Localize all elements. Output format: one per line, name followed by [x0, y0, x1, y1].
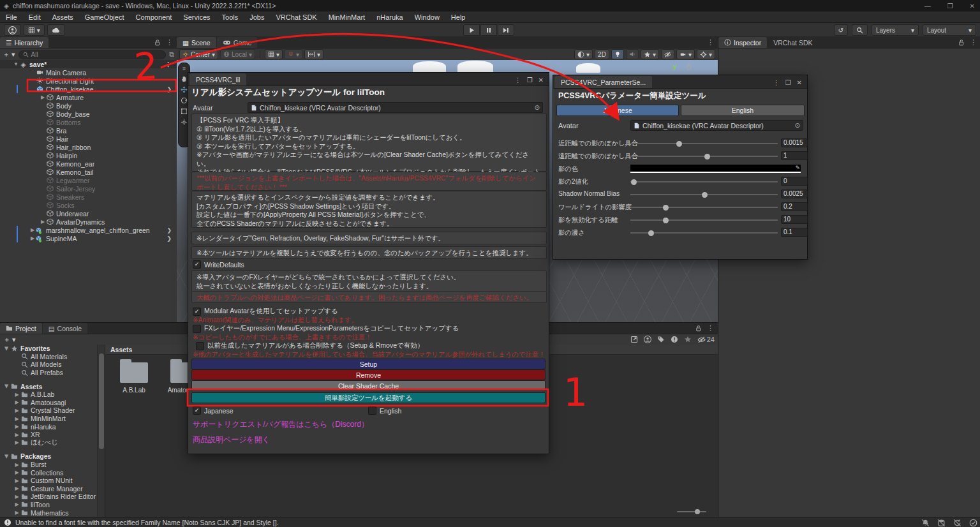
add-object-button[interactable]: ＋ ▾ [3, 50, 15, 59]
grid-visibility-toggle[interactable]: ▾ [265, 49, 283, 59]
parameter-value-field[interactable]: 10 [781, 215, 808, 224]
menu-item[interactable]: Component [130, 13, 177, 21]
checkbox[interactable] [196, 342, 204, 350]
hierarchy-item[interactable]: ▶ Main Camera ❯ [0, 68, 177, 77]
expand-arrow[interactable]: ▶ [14, 424, 20, 429]
shadow-color-swatch[interactable] [630, 165, 801, 173]
add-asset-button[interactable]: ＋ ▾ [3, 335, 16, 345]
expand-arrow[interactable]: ▶ [40, 219, 46, 225]
expand-arrow[interactable]: ▶ [4, 346, 10, 352]
slider-track[interactable] [630, 194, 778, 195]
lock-icon[interactable] [685, 63, 692, 70]
scene-picker-icon[interactable]: ⧉ [169, 50, 174, 59]
maximize-button[interactable]: ❐ [947, 3, 953, 10]
hierarchy-item[interactable]: ▶ Hair ❯ [0, 135, 177, 143]
hierarchy-item[interactable]: ▶ Sailor-Jersey ❯ [0, 184, 177, 193]
avatar-object-field[interactable]: Chiffon_kisekae (VRC Avatar Descriptor) … [248, 102, 543, 113]
hierarchy-item[interactable]: ▶ marshmallow_angel_chiffon_green ❯ [0, 226, 177, 234]
close-button[interactable]: ✕ [970, 3, 975, 10]
expand-arrow[interactable]: ▶ [14, 392, 20, 397]
slider-track[interactable] [630, 207, 778, 208]
slider-track[interactable] [630, 143, 778, 144]
auto-refresh-off-icon[interactable] [953, 519, 961, 527]
menu-item[interactable]: GameObject [79, 13, 130, 21]
hierarchy-item[interactable]: ▶ Body_base ❯ [0, 110, 177, 118]
hierarchy-scene-row[interactable]: ▼ ◈ save* ⋮ [0, 60, 177, 68]
menu-item[interactable]: Jobs [244, 13, 270, 21]
search-by-label-icon[interactable] [657, 336, 665, 343]
kebab-menu-icon[interactable]: ⋮ [515, 77, 521, 84]
checkbox[interactable]: ✓ [193, 308, 201, 316]
project-tree-item[interactable]: ▶ Collections [0, 468, 97, 477]
cloud-button[interactable] [47, 24, 65, 36]
remove-button[interactable]: Remove [191, 369, 546, 380]
project-tree-item[interactable]: ▶ nHaruka [0, 422, 97, 431]
account-button[interactable] [4, 24, 21, 36]
project-tree-item[interactable]: ▶ lilToon [0, 501, 97, 509]
favorites-star-icon[interactable] [684, 336, 692, 343]
parameter-value-field[interactable]: 0.0025 [781, 189, 808, 198]
menu-item[interactable]: Window [409, 13, 445, 21]
slider-thumb[interactable] [631, 179, 637, 185]
project-tree-item[interactable]: ▶ Custom NUnit [0, 477, 97, 485]
hidden-objects-toggle[interactable]: 24 [697, 336, 715, 344]
prefab-open-chevron[interactable]: ❯ [167, 235, 172, 242]
kebab-menu-icon[interactable]: ⋮ [970, 38, 977, 47]
project-tree-item[interactable]: ▶ ほむぺじ [0, 439, 97, 447]
gizmos-dropdown[interactable]: ▾ [697, 49, 715, 59]
tab-inspector[interactable]: Inspector [718, 37, 767, 48]
object-picker-icon[interactable]: ⊙ [795, 122, 800, 129]
menu-item[interactable]: Services [177, 13, 216, 21]
hierarchy-item[interactable]: ▶ Socks ❯ [0, 201, 177, 209]
parameter-value-field[interactable]: 0 [781, 177, 808, 186]
hierarchy-item[interactable]: ▶ SupineMA ❯ [0, 234, 177, 242]
snap-toggle[interactable]: ▾ [285, 49, 302, 59]
tab-console[interactable]: ▤Console [43, 323, 87, 334]
project-tree-item[interactable]: ▶ Burst [0, 461, 97, 469]
lock-icon[interactable] [154, 39, 161, 46]
pcss-window-tab[interactable]: PCSS4VRC_lil [189, 73, 246, 85]
hierarchy-item[interactable]: ▶ Hairpin ❯ [0, 151, 177, 160]
orientation-gizmo[interactable]: y [672, 63, 692, 70]
expand-arrow[interactable]: ▶ [14, 462, 20, 468]
japanese-language-button[interactable]: Japanese [556, 105, 679, 116]
drag-handle-icon[interactable]: ≡ [182, 65, 186, 71]
icon-size-slider[interactable] [677, 511, 706, 512]
prefab-open-chevron[interactable]: ❯ [167, 227, 172, 234]
undo-history-button[interactable]: ↺ [834, 24, 848, 36]
expand-arrow[interactable]: ▶ [14, 486, 20, 491]
hierarchy-item[interactable]: ▶ AvatarDynamics ❯ [0, 218, 177, 226]
english-language-button[interactable]: English [681, 105, 805, 116]
hierarchy-item[interactable]: ▶ Bottoms ❯ [0, 118, 177, 126]
lock-icon[interactable] [958, 39, 965, 46]
kebab-menu-icon[interactable]: ⋮ [773, 79, 780, 86]
expand-arrow[interactable]: ▶ [14, 432, 20, 438]
kebab-menu-icon[interactable]: ⋮ [165, 61, 172, 68]
notifications-muted-icon[interactable] [921, 519, 930, 527]
object-picker-icon[interactable]: ⊙ [535, 104, 540, 111]
modular-avatar-checkbox[interactable]: ✓ Modular Avatarを使用してセットアップする [193, 307, 338, 316]
slider-track[interactable] [630, 181, 778, 182]
write-defaults-checkbox[interactable]: ✓ WriteDefaults [193, 260, 244, 269]
hierarchy-item[interactable]: ▶ Legwarmer ❯ [0, 176, 177, 184]
parameter-value-field[interactable]: 0.2 [781, 202, 808, 211]
expand-arrow[interactable]: ▶ [14, 510, 20, 516]
avatar-object-field[interactable]: Chiffon_kisekae (VRC Avatar Descriptor) … [630, 120, 803, 131]
view-hand-tool-icon[interactable] [181, 75, 188, 82]
hierarchy-item[interactable]: ▶ Sneakers ❯ [0, 193, 177, 201]
japanese-checkbox[interactable]: ✓ Japanese [193, 406, 234, 415]
project-tree-item[interactable]: ▶ Gesture Manager [0, 485, 97, 493]
lock-icon[interactable] [695, 325, 702, 332]
minimize-button[interactable]: — [924, 3, 931, 10]
hierarchy-item[interactable]: ▶ Hair_ribbon ❯ [0, 143, 177, 151]
slider-thumb[interactable] [663, 205, 669, 211]
expand-arrow[interactable]: ▶ [4, 454, 10, 459]
parameter-value-field[interactable]: 1 [781, 151, 808, 160]
launch-easy-shadow-tool-button[interactable]: 簡単影設定ツールを起動する [191, 392, 546, 403]
status-bar[interactable]: Unable to find a font file with the spec… [0, 517, 980, 527]
close-icon[interactable]: ✕ [797, 79, 802, 86]
asset-folder[interactable]: A.B.Lab [114, 362, 154, 394]
menu-item[interactable]: VRChat SDK [270, 13, 322, 21]
slider-track[interactable] [630, 156, 778, 157]
project-tree-item[interactable]: ▶ JetBrains Rider Editor [0, 493, 97, 501]
